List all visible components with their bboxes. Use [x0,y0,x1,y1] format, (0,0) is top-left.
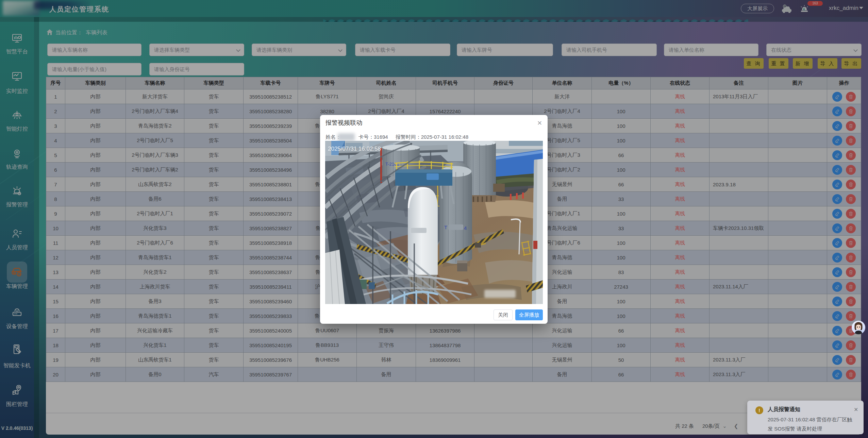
svg-text:2025/07/31 16:02:58: 2025/07/31 16:02:58 [328,146,381,152]
svg-text:4: 4 [464,225,467,231]
svg-text:T: T [444,224,447,230]
